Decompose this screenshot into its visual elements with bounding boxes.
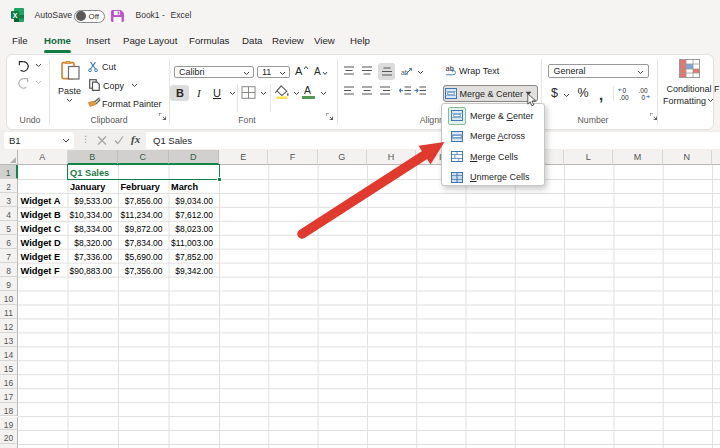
svg-text:X: X [13, 12, 18, 19]
svg-text:.00: .00 [620, 94, 629, 100]
svg-text:0: 0 [642, 94, 646, 100]
